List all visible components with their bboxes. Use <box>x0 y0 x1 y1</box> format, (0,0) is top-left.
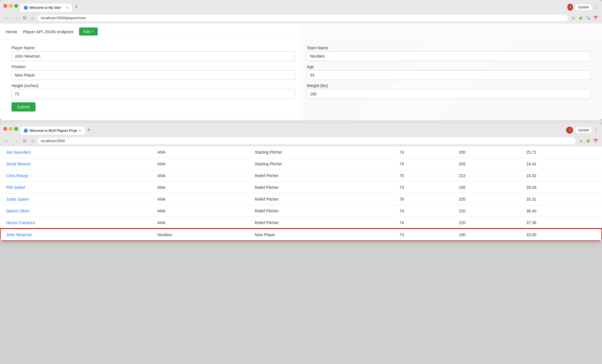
active-tab-2[interactable]: Welcome to MLB Players Proje × <box>20 127 85 135</box>
player-team: ANA <box>152 193 249 205</box>
traffic-light-green-2[interactable] <box>14 127 18 131</box>
player-name-link[interactable]: Jered Weaver <box>6 162 31 166</box>
player-height: 76 <box>394 193 453 205</box>
tab-close-icon[interactable]: × <box>66 5 69 10</box>
player-position: Relief Pitcher <box>249 205 394 217</box>
forward-button[interactable]: → <box>13 15 19 21</box>
active-tab[interactable]: Welcome to My Site! × <box>20 4 72 12</box>
player-position: Starting Pitcher <box>249 158 394 170</box>
calendar-icon: 📅 <box>593 15 599 21</box>
traffic-light-green[interactable] <box>14 4 18 8</box>
player-name-link[interactable]: Hector Carrasco <box>6 220 35 225</box>
player-height: 74 <box>394 146 453 158</box>
add-plus-button[interactable]: Add + <box>79 28 98 36</box>
traffic-light-red-2[interactable] <box>3 127 7 131</box>
player-height: 75 <box>394 170 453 182</box>
position-input[interactable] <box>11 70 295 80</box>
table-row: Darren OliverANARelief Pitcher7422036.40 <box>0 205 602 217</box>
traffic-light-yellow[interactable] <box>9 4 13 8</box>
update-button-2[interactable]: Update <box>575 127 592 133</box>
player-weight: 195 <box>453 182 521 193</box>
new-tab-button[interactable]: + <box>73 2 80 12</box>
traffic-light-yellow-2[interactable] <box>9 127 13 131</box>
tab-title: Welcome to My Site! <box>30 6 64 10</box>
position-group: Position <box>11 64 295 80</box>
player-team: ANA <box>152 158 249 170</box>
google-icon: 🔍 <box>585 15 591 21</box>
more-menu-icon[interactable]: ⋮ <box>594 4 599 10</box>
player-team: ANA <box>152 217 249 229</box>
table-row: Hector CarrascoANARelief Pitcher7422037.… <box>0 217 602 229</box>
new-tab-button-2[interactable]: + <box>85 125 93 135</box>
player-name-link[interactable]: Phil Seibel <box>6 185 25 190</box>
player-name-link[interactable]: Justin Speier <box>6 197 29 201</box>
height-group: Height (inches) <box>11 83 295 99</box>
table-row: John NewmanNeubiesNew Player7319033.00 <box>0 229 602 241</box>
table-row: Joe SaundersANAStarting Pitcher7420025.7… <box>0 146 602 158</box>
table-row: Justin SpeierANARelief Pitcher7620533.31 <box>0 193 602 205</box>
tab-favicon-2 <box>24 129 28 133</box>
height-input[interactable] <box>11 89 295 99</box>
table-row: Chris ResopANARelief Pitcher7522224.32 <box>0 170 602 182</box>
player-height: 73 <box>394 229 453 241</box>
forward-button-2[interactable]: → <box>13 138 19 144</box>
player-position: New Player <box>249 229 394 241</box>
player-name-label: Player Name <box>11 46 295 50</box>
back-button[interactable]: ← <box>3 15 10 21</box>
player-name-link[interactable]: Darren Oliver <box>6 209 30 213</box>
api-endpoint-link[interactable]: Player API JSON endpoint <box>23 29 73 34</box>
player-name-link[interactable]: Chris Resop <box>6 173 28 178</box>
player-weight: 200 <box>453 146 521 158</box>
home-nav-link[interactable]: Home <box>6 29 17 34</box>
player-height: 73 <box>394 182 453 193</box>
position-label: Position <box>11 64 295 69</box>
team-name-input[interactable] <box>307 51 591 61</box>
bookmark-icon[interactable]: ☆ <box>570 15 576 21</box>
address-bar-2[interactable] <box>38 138 576 144</box>
player-age: 36.40 <box>521 205 602 217</box>
refresh-button[interactable]: ↻ <box>22 15 28 21</box>
bookmark-icon-2[interactable]: ☆ <box>578 138 584 144</box>
more-menu-icon-2[interactable]: ⋮ <box>594 127 599 133</box>
calendar-icon-2: 📅 <box>593 138 599 144</box>
back-button-2[interactable]: ← <box>3 138 10 144</box>
weight-label: Weight (lbs) <box>307 83 591 88</box>
player-weight: 220 <box>453 217 521 229</box>
player-age: 24.41 <box>521 158 602 170</box>
address-bar[interactable] <box>38 15 568 21</box>
player-age: 24.32 <box>521 170 602 182</box>
refresh-button-2[interactable]: ↻ <box>22 138 28 144</box>
user-avatar-2: J <box>566 127 573 134</box>
age-input[interactable] <box>307 70 591 80</box>
site-nav: Home Player API JSON endpoint Add + <box>0 24 602 40</box>
age-group: Age <box>307 64 591 80</box>
home-button-2[interactable]: ⌂ <box>30 138 35 144</box>
player-age: 28.09 <box>521 182 602 193</box>
tab-close-icon-2[interactable]: × <box>79 128 81 133</box>
player-age: 37.36 <box>521 217 602 229</box>
player-name-link[interactable]: Joe Saunders <box>6 150 31 154</box>
player-position: Starting Pitcher <box>249 146 394 158</box>
player-name-group: Player Name <box>11 46 295 61</box>
player-form-area: Player Name Team Name Position <box>0 40 602 120</box>
team-name-label: Team Name <box>307 46 591 50</box>
player-position: Relief Pitcher <box>249 182 394 193</box>
player-name-link[interactable]: John Newman <box>6 232 32 237</box>
player-position: Relief Pitcher <box>249 193 394 205</box>
player-age: 33.00 <box>521 229 602 241</box>
player-weight: 220 <box>453 205 521 217</box>
weight-group: Weight (lbs) <box>307 83 591 99</box>
traffic-light-red[interactable] <box>3 4 7 8</box>
weight-input[interactable] <box>307 89 591 99</box>
player-position: Relief Pitcher <box>249 170 394 182</box>
update-button[interactable]: Update <box>575 4 592 10</box>
height-label: Height (inches) <box>11 83 295 88</box>
player-list-container: Joe SaundersANAStarting Pitcher7420025.7… <box>0 146 602 241</box>
player-height: 74 <box>394 217 453 229</box>
tab-title-2: Welcome to MLB Players Proje <box>30 129 77 133</box>
player-name-input[interactable] <box>11 51 295 61</box>
table-row: Phil SeibelANARelief Pitcher7319528.09 <box>0 182 602 193</box>
home-button[interactable]: ⌂ <box>30 15 35 21</box>
submit-button[interactable]: Submit <box>11 102 36 111</box>
player-team: Neubies <box>152 229 249 241</box>
